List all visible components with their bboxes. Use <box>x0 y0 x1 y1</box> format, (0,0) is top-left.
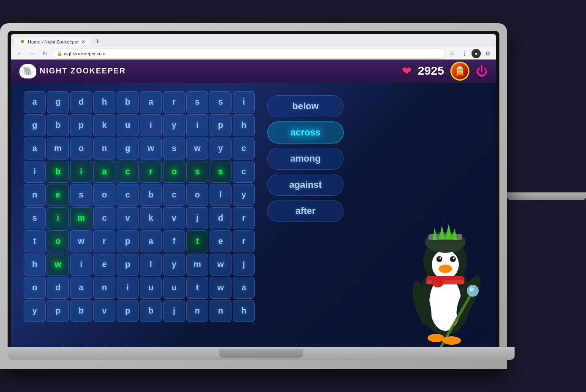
grid-cell[interactable]: i <box>70 161 92 183</box>
active-tab[interactable]: 🦁 Home - Night Zookeeper ✕ <box>14 37 90 47</box>
grid-cell[interactable]: e <box>210 230 232 252</box>
grid-cell[interactable]: c <box>163 184 185 206</box>
grid-cell[interactable]: d <box>70 91 92 113</box>
grid-cell[interactable]: o <box>24 277 46 299</box>
grid-cell[interactable]: g <box>24 114 46 136</box>
grid-cell[interactable]: t <box>24 230 46 252</box>
grid-cell[interactable]: k <box>93 114 115 136</box>
grid-cell[interactable]: a <box>140 91 162 113</box>
grid-cell[interactable]: b <box>140 184 162 206</box>
grid-cell[interactable]: p <box>70 114 92 136</box>
word-list-item[interactable]: among <box>267 148 343 170</box>
grid-cell[interactable]: a <box>70 277 92 299</box>
grid-cell[interactable]: h <box>93 91 115 113</box>
grid-cell[interactable]: i <box>117 277 139 299</box>
tab-close-icon[interactable]: ✕ <box>81 39 85 45</box>
grid-cell[interactable]: u <box>140 277 162 299</box>
grid-cell[interactable]: y <box>163 254 185 276</box>
grid-cell[interactable]: k <box>140 207 162 229</box>
grid-cell[interactable]: n <box>210 300 232 322</box>
grid-cell[interactable]: w <box>210 254 232 276</box>
grid-cell[interactable]: a <box>233 277 255 299</box>
grid-cell[interactable]: m <box>186 254 208 276</box>
grid-cell[interactable]: s <box>186 91 208 113</box>
grid-cell[interactable]: i <box>186 114 208 136</box>
grid-cell[interactable]: s <box>70 184 92 206</box>
grid-cell[interactable]: o <box>70 138 92 160</box>
grid-cell[interactable]: b <box>117 91 139 113</box>
address-bar[interactable]: 🔒 nightzookeeper.com <box>52 49 445 59</box>
grid-cell[interactable]: u <box>117 114 139 136</box>
word-list-item[interactable]: after <box>267 200 343 222</box>
avatar[interactable]: 🧝 <box>450 62 469 81</box>
menu-icon[interactable]: ⋮ <box>460 49 469 58</box>
grid-cell[interactable]: r <box>140 161 162 183</box>
grid-cell[interactable]: c <box>117 184 139 206</box>
grid-cell[interactable]: w <box>140 138 162 160</box>
grid-cell[interactable]: y <box>233 184 255 206</box>
grid-cell[interactable]: n <box>93 277 115 299</box>
grid-cell[interactable]: v <box>163 207 185 229</box>
grid-cell[interactable]: l <box>140 254 162 276</box>
grid-cell[interactable]: i <box>140 114 162 136</box>
grid-cell[interactable]: c <box>233 161 255 183</box>
grid-cell[interactable]: m <box>47 138 69 160</box>
grid-cell[interactable]: h <box>233 114 255 136</box>
grid-cell[interactable]: g <box>47 91 69 113</box>
word-list-item[interactable]: below <box>267 95 343 117</box>
grid-cell[interactable]: c <box>117 161 139 183</box>
grid-cell[interactable]: r <box>163 91 185 113</box>
grid-cell[interactable]: f <box>163 230 185 252</box>
grid-cell[interactable]: d <box>47 277 69 299</box>
back-button[interactable]: ← <box>14 49 25 59</box>
new-tab-button[interactable]: + <box>92 37 102 47</box>
grid-cell[interactable]: s <box>210 91 232 113</box>
grid-cell[interactable]: v <box>93 300 115 322</box>
grid-cell[interactable]: r <box>93 230 115 252</box>
grid-cell[interactable]: h <box>233 300 255 322</box>
grid-cell[interactable]: p <box>47 300 69 322</box>
power-button[interactable]: ⏻ <box>476 64 488 78</box>
forward-button[interactable]: → <box>27 49 37 59</box>
grid-cell[interactable]: i <box>70 254 92 276</box>
word-list-item[interactable]: across <box>267 122 343 143</box>
grid-cell[interactable]: y <box>210 138 232 160</box>
grid-cell[interactable]: n <box>24 184 46 206</box>
grid-cell[interactable]: n <box>93 138 115 160</box>
grid-cell[interactable]: y <box>24 300 46 322</box>
grid-cell[interactable]: l <box>210 184 232 206</box>
extensions-icon[interactable]: ⊞ <box>483 49 493 58</box>
grid-cell[interactable]: a <box>140 230 162 252</box>
grid-cell[interactable]: a <box>24 138 46 160</box>
grid-cell[interactable]: p <box>210 114 232 136</box>
grid-cell[interactable]: i <box>233 91 255 113</box>
grid-cell[interactable]: j <box>186 207 208 229</box>
grid-cell[interactable]: j <box>233 254 255 276</box>
grid-cell[interactable]: o <box>163 161 185 183</box>
grid-cell[interactable]: o <box>47 230 69 252</box>
grid-cell[interactable]: s <box>24 207 46 229</box>
grid-cell[interactable]: b <box>47 114 69 136</box>
grid-cell[interactable]: e <box>93 254 115 276</box>
grid-cell[interactable]: o <box>93 184 115 206</box>
grid-cell[interactable]: o <box>186 184 208 206</box>
grid-cell[interactable]: i <box>47 207 69 229</box>
grid-cell[interactable]: w <box>47 254 69 276</box>
grid-cell[interactable]: p <box>117 300 139 322</box>
grid-cell[interactable]: r <box>233 207 255 229</box>
grid-cell[interactable]: u <box>163 277 185 299</box>
grid-cell[interactable]: v <box>117 207 139 229</box>
grid-cell[interactable]: c <box>233 138 255 160</box>
grid-cell[interactable]: a <box>93 161 115 183</box>
grid-cell[interactable]: w <box>210 277 232 299</box>
bookmark-icon[interactable]: ☆ <box>448 49 457 58</box>
grid-cell[interactable]: t <box>186 277 208 299</box>
grid-cell[interactable]: c <box>93 207 115 229</box>
grid-cell[interactable]: b <box>70 300 92 322</box>
profile-icon[interactable]: ● <box>472 49 481 58</box>
grid-cell[interactable]: b <box>47 161 69 183</box>
grid-cell[interactable]: w <box>186 138 208 160</box>
word-list-item[interactable]: against <box>267 174 343 196</box>
grid-cell[interactable]: e <box>47 184 69 206</box>
grid-cell[interactable]: a <box>24 91 46 113</box>
